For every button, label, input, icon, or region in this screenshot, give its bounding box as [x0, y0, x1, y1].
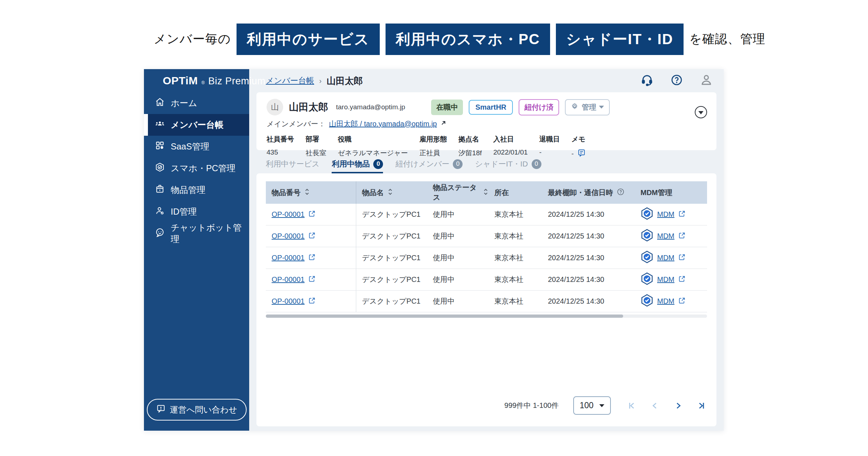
main-member-row: メインメンバー： 山田太郎 / taro.yamada@optim.jp [267, 119, 706, 129]
headline-suffix: を確認、管理 [689, 31, 766, 47]
item-name-cell: デスクトップPC1 [356, 225, 427, 247]
tab-used-services[interactable]: 利用中サービス [266, 159, 319, 173]
location-cell: 東京本社 [489, 247, 542, 269]
last-datetime-cell: 2024/12/25 14:30 [542, 247, 635, 269]
next-page-button[interactable] [674, 401, 682, 410]
col-last-checked: 最終棚卸・通信日時 [542, 181, 635, 204]
profile-card: 山 山田太郎 taro.yamada@optim.jp 在職中 SmartHR … [256, 92, 716, 150]
sidebar-item-member-register[interactable]: メンバー台帳 [144, 114, 249, 136]
mdm-link[interactable]: MDM [657, 254, 675, 262]
field-leave-date: 退職日 - [539, 135, 560, 159]
first-page-button[interactable] [627, 401, 636, 410]
sort-icon[interactable] [304, 188, 310, 197]
sidebar-item-id[interactable]: ID管理 [144, 201, 249, 223]
external-link-icon[interactable] [308, 232, 316, 241]
breadcrumb-parent-link[interactable]: メンバー台帳 [266, 75, 314, 86]
last-page-button[interactable] [697, 401, 706, 410]
main-member-link[interactable]: 山田太郎 / taro.yamada@optim.jp [329, 119, 447, 129]
sidebar: OPTiM® Biz Premium ホーム メンバー台帳 SaaS管理 [144, 69, 249, 431]
manage-label: 管理 [582, 102, 596, 112]
items-panel: 物品番号 物品名 物品ステータス 所在 最終棚卸・ [256, 173, 716, 426]
field-title: 役職 ゼネラルマネージャー [338, 135, 408, 159]
item-status-cell: 使用中 [427, 291, 489, 312]
mdm-shield-icon [641, 272, 654, 287]
last-datetime-cell: 2024/12/25 14:30 [542, 291, 635, 312]
device-shield-icon [155, 162, 165, 174]
tab-shadow-it[interactable]: シャドーIT・ID 0 [475, 159, 541, 173]
support-headset-icon[interactable] [641, 73, 654, 88]
sort-icon[interactable] [483, 188, 489, 197]
info-icon[interactable] [617, 188, 625, 198]
headline-badge-devices: 利用中のスマホ・PC [386, 24, 550, 55]
profile-main-row: 山 山田太郎 taro.yamada@optim.jp 在職中 SmartHR … [267, 99, 706, 115]
item-no-link[interactable]: OP-00001 [272, 275, 305, 284]
mdm-link[interactable]: MDM [657, 210, 675, 219]
account-icon[interactable] [700, 73, 713, 88]
help-icon[interactable] [670, 73, 683, 88]
item-name-cell: デスクトップPC1 [356, 247, 427, 269]
external-link-icon[interactable] [308, 253, 316, 263]
location-cell: 東京本社 [489, 269, 542, 290]
mdm-shield-icon [641, 294, 654, 309]
item-no-link[interactable]: OP-00001 [272, 210, 305, 219]
item-status-cell: 使用中 [427, 269, 489, 290]
external-link-icon[interactable] [678, 232, 686, 241]
mdm-link[interactable]: MDM [657, 275, 675, 284]
collapse-profile-button[interactable] [695, 106, 707, 118]
avatar: 山 [267, 99, 283, 115]
member-email: taro.yamada@optim.jp [336, 103, 405, 111]
tab-linked-members[interactable]: 紐付けメンバー 0 [395, 159, 463, 173]
col-item-name[interactable]: 物品名 [356, 181, 427, 204]
mdm-link[interactable]: MDM [657, 297, 675, 305]
external-link-icon[interactable] [308, 297, 316, 306]
breadcrumb-chevron-icon: › [319, 77, 322, 85]
mdm-shield-icon [641, 207, 654, 222]
mdm-shield-icon [641, 250, 654, 265]
tab-used-items[interactable]: 利用中物品 0 [332, 159, 383, 173]
item-no-link[interactable]: OP-00001 [272, 254, 305, 262]
table-header-row: 物品番号 物品名 物品ステータス 所在 最終棚卸・ [266, 181, 707, 204]
pagination-summary: 999件中 1-100件 [505, 401, 559, 410]
manage-dropdown-button[interactable]: 管理 [565, 99, 610, 115]
linked-badge[interactable]: 紐付け済 [519, 99, 559, 115]
location-cell: 東京本社 [489, 204, 542, 225]
contact-support-button[interactable]: 運営へ問い合わせ [146, 399, 246, 421]
tab-label: シャドーIT・ID [475, 159, 528, 169]
contact-bubble-icon [156, 404, 165, 415]
external-link-icon[interactable] [678, 297, 686, 306]
sidebar-item-label: スマホ・PC管理 [171, 162, 235, 174]
item-status-cell: 使用中 [427, 204, 489, 225]
sidebar-item-device[interactable]: スマホ・PC管理 [144, 157, 249, 179]
pagination-nav [627, 401, 706, 410]
profile-fields: 社員番号 435 部署 社長室 役職 ゼネラルマネージャー 雇用形態 正社員 [267, 135, 706, 159]
sidebar-item-saas[interactable]: SaaS管理 [144, 136, 249, 157]
item-status-cell: 使用中 [427, 225, 489, 247]
col-item-no[interactable]: 物品番号 [266, 181, 356, 204]
col-item-status[interactable]: 物品ステータス [427, 181, 489, 204]
external-link-icon[interactable] [678, 275, 686, 284]
sidebar-item-assets[interactable]: 物品管理 [144, 179, 249, 201]
external-link-icon[interactable] [678, 210, 686, 219]
sidebar-item-label: SaaS管理 [171, 141, 209, 152]
external-link-icon[interactable] [678, 253, 686, 263]
external-link-icon[interactable] [308, 210, 316, 219]
item-no-link[interactable]: OP-00001 [272, 297, 305, 305]
saas-grid-icon [155, 140, 165, 153]
asset-box-icon [155, 184, 165, 196]
memo-note-icon[interactable] [577, 148, 586, 159]
sidebar-item-chatbot[interactable]: チャットボット管理 [144, 223, 249, 244]
page-size-select[interactable]: 100 [573, 396, 611, 415]
smarthr-badge[interactable]: SmartHR [469, 100, 513, 115]
gear-icon [571, 102, 579, 112]
chevron-down-icon [599, 404, 604, 407]
horizontal-scrollbar[interactable] [266, 314, 707, 318]
prev-page-button[interactable] [651, 401, 659, 410]
sidebar-item-home[interactable]: ホーム [144, 92, 249, 114]
profile-badges: 在職中 SmartHR 紐付け済 管理 [431, 99, 610, 115]
sort-icon[interactable] [387, 188, 393, 197]
mdm-link[interactable]: MDM [657, 232, 675, 240]
external-link-icon[interactable] [308, 275, 316, 284]
item-no-link[interactable]: OP-00001 [272, 232, 305, 240]
contact-support-label: 運営へ問い合わせ [170, 404, 237, 415]
scrollbar-thumb[interactable] [266, 314, 623, 318]
